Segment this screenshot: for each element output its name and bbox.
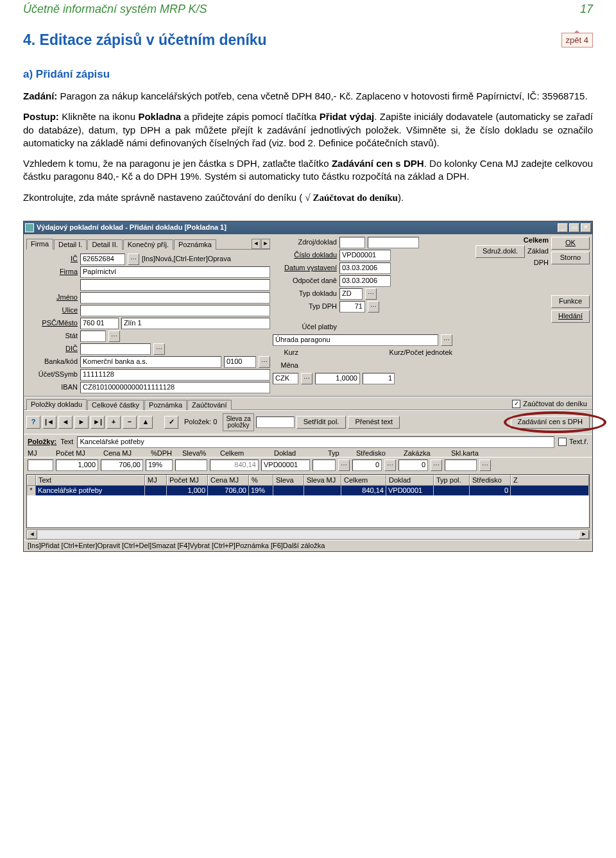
n-typ[interactable] xyxy=(312,459,336,471)
sleva-input[interactable] xyxy=(256,416,295,428)
gh-text[interactable]: Text xyxy=(36,475,145,485)
typdok-input[interactable]: ZD xyxy=(339,288,363,300)
scroll-right-icon[interactable]: ► xyxy=(579,530,589,539)
datum-input[interactable]: 03.03.2006 xyxy=(339,262,391,274)
ok-button[interactable]: OK xyxy=(551,237,590,250)
n-stred-picker-icon[interactable]: ⋯ xyxy=(384,459,396,471)
mena-picker-icon[interactable]: ⋯ xyxy=(301,373,312,384)
hledani-button[interactable]: Hledání xyxy=(551,310,590,323)
close-button[interactable]: ✕ xyxy=(581,223,591,232)
banka-input[interactable]: Komerční banka a.s. xyxy=(80,356,221,368)
dic-picker-icon[interactable]: ⋯ xyxy=(153,343,165,355)
tab-celkove[interactable]: Celkové částky xyxy=(87,400,144,410)
gh-pocet[interactable]: Počet MJ xyxy=(167,475,208,485)
setridit-button[interactable]: Setřídit pol. xyxy=(296,416,346,429)
typdph-input[interactable]: 71 xyxy=(339,301,365,313)
tabscroll-left-icon[interactable]: ◄ xyxy=(252,239,261,249)
back-button[interactable]: zpět 4 xyxy=(561,33,593,47)
zdoklad-input[interactable] xyxy=(368,237,419,248)
row-handle-icon[interactable]: * xyxy=(27,486,36,495)
psc-input[interactable]: 760 01 xyxy=(80,318,119,329)
ucel-picker-icon[interactable]: ⋯ xyxy=(441,334,452,346)
zauctovat-checkbox[interactable]: ✓ xyxy=(512,400,520,408)
stat-picker-icon[interactable]: ⋯ xyxy=(108,330,120,342)
gh-z[interactable]: Z xyxy=(511,475,589,485)
tab-detail1[interactable]: Detail I. xyxy=(54,239,87,250)
nav-first-icon[interactable]: |◄ xyxy=(42,416,56,429)
ucet-input[interactable]: 11111128 xyxy=(80,369,270,381)
scroll-left-icon[interactable]: ◄ xyxy=(27,530,37,539)
sdruzdokl-button[interactable]: Sdruž.dokl. xyxy=(475,245,525,258)
tab-polozky[interactable]: Položky dokladu xyxy=(26,399,87,410)
cislo-input[interactable]: VPD00001 xyxy=(339,250,391,261)
firma2-input[interactable] xyxy=(80,279,270,291)
jmeno-input[interactable] xyxy=(80,292,270,304)
gh-slevamj[interactable]: Sleva MJ xyxy=(304,475,341,485)
sleva-box[interactable]: Sleva za položky xyxy=(223,413,253,431)
gh-mj[interactable]: MJ xyxy=(145,475,167,485)
mesto-input[interactable]: Zlín 1 xyxy=(121,318,270,329)
typdph-picker-icon[interactable]: ⋯ xyxy=(368,301,379,313)
help-button[interactable]: ? xyxy=(26,416,40,429)
delete-button[interactable]: − xyxy=(123,416,137,429)
polozky-text-input[interactable]: Kancelářské potřeby xyxy=(77,436,554,448)
funkce-button[interactable]: Funkce xyxy=(551,295,590,308)
odpocet-input[interactable]: 03.03.2006 xyxy=(339,275,391,287)
banka-picker-icon[interactable]: ⋯ xyxy=(259,356,270,368)
n-dph[interactable]: 19% xyxy=(146,459,173,471)
gh-cena[interactable]: Cena MJ xyxy=(208,475,249,485)
gh-doklad[interactable]: Doklad xyxy=(386,475,434,485)
tabscroll-right-icon[interactable]: ► xyxy=(261,239,270,249)
ic-input[interactable]: 62652684 xyxy=(80,253,125,265)
zadavani-cen-button[interactable]: Zadávání cen s DPH xyxy=(511,416,590,429)
n-sklkarta[interactable] xyxy=(445,459,477,471)
iban-input[interactable]: CZ810100000000011111128 xyxy=(80,382,270,393)
typdok-picker-icon[interactable]: ⋯ xyxy=(365,288,377,300)
tab-detail2[interactable]: Detail II. xyxy=(87,239,122,250)
minimize-button[interactable]: _ xyxy=(558,223,568,232)
items-grid[interactable]: Text MJ Počet MJ Cena MJ % Sleva Sleva M… xyxy=(26,474,590,528)
n-pocet[interactable]: 1,000 xyxy=(56,459,98,471)
ic-picker-icon[interactable]: ⋯ xyxy=(128,253,139,265)
gh-sleva[interactable]: Sleva xyxy=(273,475,304,485)
n-zak-picker-icon[interactable]: ⋯ xyxy=(431,459,442,471)
n-mj[interactable] xyxy=(28,459,53,471)
table-row[interactable]: * Kancelářské potřeby 1,000 706,00 19% 8… xyxy=(27,486,589,495)
tab-zauctovani[interactable]: Zaúčtování xyxy=(187,400,231,410)
storno-button[interactable]: Storno xyxy=(551,252,590,264)
n-zakazka[interactable]: 0 xyxy=(398,459,428,471)
kurz-units-input[interactable]: 1 xyxy=(363,373,395,384)
ucel-input[interactable]: Úhrada paragonu xyxy=(273,334,438,346)
edit-button[interactable]: ▲ xyxy=(139,416,153,429)
ulice-input[interactable] xyxy=(80,305,270,316)
kurz-input[interactable]: 1,0000 xyxy=(315,373,360,384)
stat-input[interactable] xyxy=(80,330,106,342)
nav-next-icon[interactable]: ► xyxy=(74,416,89,429)
mena-input[interactable]: CZK xyxy=(273,373,298,384)
add-button[interactable]: + xyxy=(107,416,121,429)
confirm-button[interactable]: ✓ xyxy=(164,416,178,429)
gh-pct[interactable]: % xyxy=(249,475,273,485)
n-doklad[interactable]: VPD00001 xyxy=(261,459,310,471)
zdroj-input[interactable] xyxy=(339,237,365,248)
n-skl-picker-icon[interactable]: ⋯ xyxy=(479,459,491,471)
tab-poznamka[interactable]: Poznámka xyxy=(174,239,216,250)
nav-last-icon[interactable]: ►| xyxy=(90,416,105,429)
h-scrollbar[interactable]: ◄ ► xyxy=(26,529,590,540)
kod-input[interactable]: 0100 xyxy=(224,356,256,368)
maximize-button[interactable]: ▭ xyxy=(569,223,579,232)
n-typ-picker-icon[interactable]: ⋯ xyxy=(338,459,350,471)
n-stredisko[interactable]: 0 xyxy=(352,459,382,471)
gh-typ[interactable]: Typ pol. xyxy=(434,475,470,485)
n-sleva[interactable] xyxy=(175,459,207,471)
tab-poznamka2[interactable]: Poznámka xyxy=(144,400,187,410)
dic-input[interactable] xyxy=(80,343,151,355)
textr-checkbox[interactable] xyxy=(558,438,567,446)
prenest-button[interactable]: Přenést text xyxy=(348,416,400,429)
firma-input[interactable]: Papírnictví xyxy=(80,266,270,278)
tab-firma[interactable]: Firma xyxy=(26,239,53,250)
nav-prev-icon[interactable]: ◄ xyxy=(58,416,73,429)
gh-celkem[interactable]: Celkem xyxy=(341,475,386,485)
gh-stredisko[interactable]: Středisko xyxy=(470,475,511,485)
n-cena[interactable]: 706,00 xyxy=(101,459,143,471)
